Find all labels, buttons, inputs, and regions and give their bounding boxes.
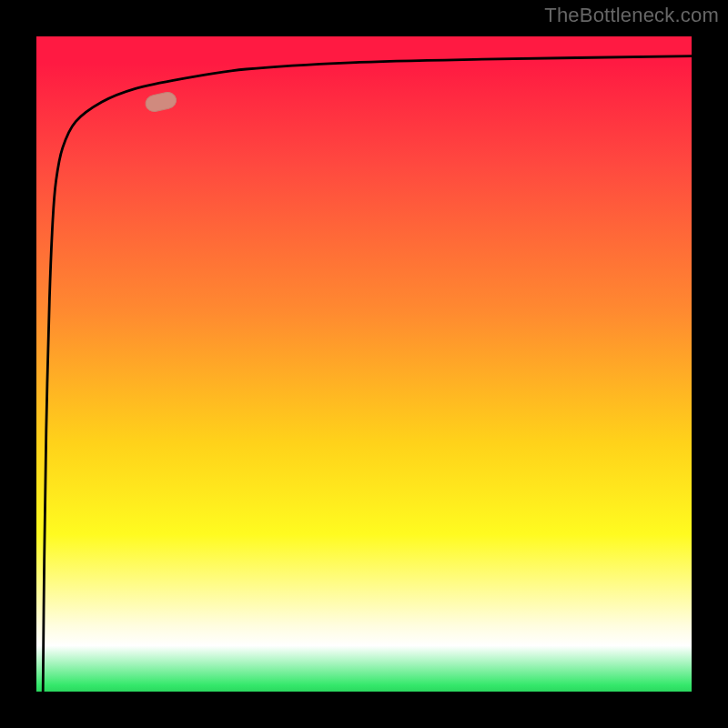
chart-overlay	[36, 36, 692, 692]
watermark-text: TheBottleneck.com	[544, 4, 719, 27]
plot-area	[36, 36, 692, 692]
pill-marker-icon	[144, 91, 177, 114]
curve-marker	[144, 91, 177, 114]
figure-root: TheBottleneck.com	[0, 0, 728, 728]
bottleneck-curve	[43, 56, 692, 692]
